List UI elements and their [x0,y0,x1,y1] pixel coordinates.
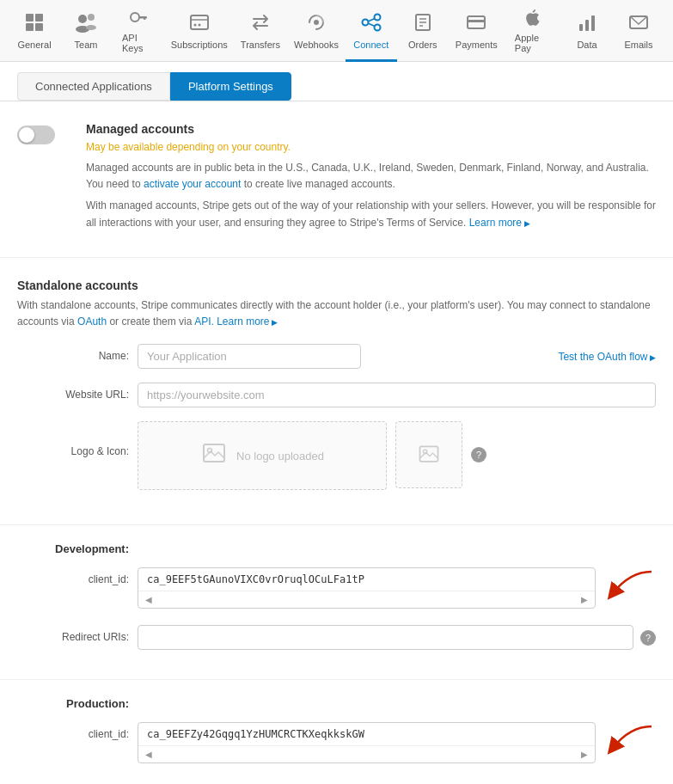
nav-apple-pay-label: Apple Pay [515,33,551,53]
name-input-wrap [138,344,549,369]
nav-transfers[interactable]: Transfers [234,0,288,62]
svg-point-5 [88,14,95,21]
website-label: Website URL: [17,383,129,401]
development-section: Development: client_id: ca_9EEF5tGAunoVI… [0,525,673,680]
client-id-box: ca_9EEF5tGAunoVIXC0vrOruqlOCuLFa1tP ◀ ▶ [138,567,596,609]
nav-apple-pay[interactable]: Apple Pay [505,0,561,62]
prod-client-id-row: client_id: ca_9EEFZy42Gqgq1YzHUMCRCTKXeq… [17,722,656,768]
nav-emails[interactable]: Emails [613,0,664,62]
dev-arrow-svg [604,567,656,610]
svg-rect-3 [35,23,43,31]
svg-rect-26 [468,20,485,22]
general-icon [21,9,48,36]
name-row: Name: Test the OAuth flow [17,344,656,369]
team-icon [72,9,100,36]
svg-rect-11 [191,15,208,29]
nav-connect[interactable]: Connect [346,0,397,62]
api-link[interactable]: API. [194,315,214,328]
logo-small-icon [417,442,441,469]
redirect-uris-row: Redirect URIs: ? [17,625,656,650]
top-nav: General Team API Keys Subscriptions Tran… [0,0,673,62]
nav-general[interactable]: General [9,0,60,62]
nav-api-keys-label: API Keys [122,33,155,53]
dev-client-id-row: client_id: ca_9EEF5tGAunoVIXC0vrOruqlOCu… [17,567,656,613]
development-section-label: Development: [17,542,129,555]
production-section-label: Production: [17,697,129,710]
tab-connected-applications[interactable]: Connected Applications [17,72,170,101]
redirect-input[interactable] [138,625,633,650]
svg-rect-2 [26,23,34,31]
payments-icon [462,9,490,36]
prod-arrow-svg [604,722,656,765]
redirect-uris-label: Redirect URIs: [17,625,129,643]
managed-accounts-title: Managed accounts [86,122,656,136]
nav-general-label: General [17,40,51,50]
nav-orders[interactable]: Orders [397,0,449,62]
managed-accounts-desc2: With managed accounts, Stripe gets out o… [86,198,656,230]
svg-rect-27 [579,24,583,31]
data-icon [573,9,601,36]
nav-payments[interactable]: Payments [449,0,505,62]
logo-upload-large[interactable]: No logo uploaded [138,421,387,490]
nav-subscriptions[interactable]: Subscriptions [165,0,234,62]
prod-client-id-scroll: ◀ ▶ [138,745,595,763]
transfers-icon [247,9,274,36]
logo-row: Logo & Icon: No logo uploaded ? [17,421,656,490]
name-label: Name: [17,344,129,362]
svg-point-7 [86,25,96,30]
website-url-row: Website URL: [17,383,656,407]
redirect-help-icon[interactable]: ? [640,630,656,646]
client-id-scroll: ◀ ▶ [138,591,595,608]
toggle-knob [19,127,34,143]
prod-scroll-right[interactable]: ▶ [578,748,591,761]
connect-icon [358,9,385,36]
nav-data[interactable]: Data [561,0,613,62]
managed-accounts-toggle-area [17,122,69,236]
scroll-right-arrow[interactable]: ▶ [578,593,591,606]
prod-client-id-value[interactable]: ca_9EEFZy42Gqgq1YzHUMCRCTKXeqkkskGW [138,723,595,745]
emails-icon [625,9,652,36]
svg-point-15 [314,20,319,25]
nav-emails-label: Emails [625,40,653,50]
svg-point-17 [374,15,380,21]
nav-webhooks[interactable]: Webhooks [287,0,346,62]
svg-rect-0 [26,14,34,21]
nav-api-keys[interactable]: API Keys [112,0,165,62]
nav-connect-label: Connect [353,40,389,50]
orders-icon [409,9,437,36]
tab-platform-settings[interactable]: Platform Settings [170,72,291,101]
svg-rect-10 [144,16,146,20]
activate-account-link[interactable]: activate your account [144,178,241,190]
svg-rect-1 [35,14,43,21]
learn-more-link[interactable]: Learn more [469,217,530,229]
nav-webhooks-label: Webhooks [294,40,339,50]
api-keys-icon [125,5,152,29]
name-input[interactable] [138,344,361,369]
standalone-accounts-section: Standalone accounts With standalone acco… [0,258,673,525]
prod-client-id-label: client_id: [17,722,129,740]
test-oauth-link[interactable]: Test the OAuth flow [558,351,656,363]
svg-point-13 [193,24,196,27]
desc1-end-text: to create live managed accounts. [244,178,395,190]
managed-accounts-content: Managed accounts May be available depend… [86,122,656,236]
logo-help-icon[interactable]: ? [471,447,486,462]
svg-point-16 [362,20,368,26]
svg-point-18 [374,25,380,31]
dev-arrow-indicator [604,567,656,613]
production-section: Production: client_id: ca_9EEFZy42Gqgq1Y… [0,680,673,784]
website-input[interactable] [138,383,656,407]
prod-scroll-left[interactable]: ◀ [142,748,156,761]
redirect-wrap: ? [138,625,656,650]
client-id-wrap: ca_9EEF5tGAunoVIXC0vrOruqlOCuLFa1tP ◀ ▶ [138,567,596,609]
logo-no-logo-text: No logo uploaded [236,450,324,462]
logo-upload-small[interactable] [395,421,462,488]
oauth-link[interactable]: OAuth [77,315,107,328]
svg-rect-29 [591,15,595,31]
logo-placeholder-icon [200,439,228,473]
scroll-left-arrow[interactable]: ◀ [142,593,156,606]
nav-subscriptions-label: Subscriptions [171,40,228,50]
nav-team[interactable]: Team [60,0,112,62]
client-id-value[interactable]: ca_9EEF5tGAunoVIXC0vrOruqlOCuLFa1tP [138,568,595,591]
standalone-learn-more[interactable]: Learn more [217,315,278,328]
managed-accounts-toggle[interactable] [17,126,55,144]
